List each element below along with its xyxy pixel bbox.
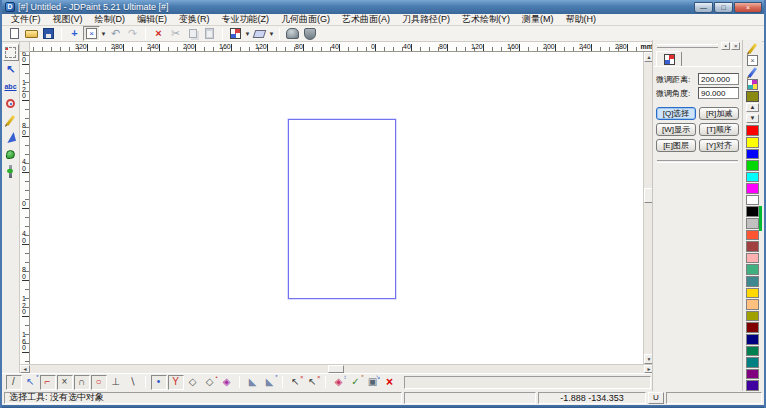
color-swatch-6[interactable] xyxy=(746,195,759,206)
delete-icon[interactable]: × xyxy=(150,26,167,41)
copy-icon[interactable] xyxy=(184,26,201,41)
panel-header[interactable]: ▪× xyxy=(653,40,742,51)
panel-button-0[interactable]: [Q]选择 xyxy=(656,107,696,120)
snap-circle-icon[interactable]: ○ xyxy=(91,375,107,390)
smooth-edit-icon[interactable]: ✓* xyxy=(348,375,364,390)
color-swatch-21[interactable] xyxy=(746,369,759,380)
snap-endpoint-icon[interactable]: • xyxy=(151,375,167,390)
panel-button-3[interactable]: [T]顺序 xyxy=(699,123,739,136)
color-swatch-11[interactable] xyxy=(746,253,759,264)
render-mode-icon[interactable] xyxy=(284,26,301,41)
panel-button-2[interactable]: [W]显示 xyxy=(656,123,696,136)
menu-item-6[interactable]: 几何曲面(G) xyxy=(276,13,335,26)
color-swatch-1[interactable] xyxy=(746,137,759,148)
menu-item-11[interactable]: 帮助(H) xyxy=(561,13,602,26)
shade-mode-icon[interactable] xyxy=(301,26,318,41)
cut-icon[interactable]: ✂ xyxy=(167,26,184,41)
color-swatch-0[interactable] xyxy=(746,125,759,136)
palette-scroll-up-button[interactable]: ▲ xyxy=(746,103,759,112)
pen-tool[interactable] xyxy=(3,112,19,129)
color-swatch-15[interactable] xyxy=(746,299,759,310)
grid-display-icon[interactable] xyxy=(227,26,244,41)
no-color-icon[interactable]: × xyxy=(746,54,760,66)
delete-object-icon[interactable]: × xyxy=(382,375,398,390)
deselect-all-icon[interactable]: ↖× xyxy=(305,375,321,390)
unit-toggle-button[interactable]: U xyxy=(648,392,664,404)
color-swatch-3[interactable] xyxy=(746,160,759,171)
panel-close-button[interactable]: × xyxy=(731,42,740,50)
color-swatch-22[interactable] xyxy=(746,380,759,391)
grid-display-icon-dropdown[interactable]: ▼ xyxy=(244,31,251,37)
rectangle-shape[interactable] xyxy=(288,119,396,299)
redo-icon[interactable]: ↷ xyxy=(124,26,141,41)
horizontal-scroll-thumb[interactable] xyxy=(328,365,344,373)
color-swatch-5[interactable] xyxy=(746,183,759,194)
drawing-canvas[interactable] xyxy=(30,52,643,364)
menu-item-3[interactable]: 编辑(E) xyxy=(132,13,172,26)
panel-button-5[interactable]: [Y]对齐 xyxy=(699,139,739,152)
snap-intersection-icon[interactable]: × xyxy=(57,375,73,390)
pick-filter-icon[interactable]: × xyxy=(83,26,100,41)
minimize-button[interactable]: — xyxy=(694,2,713,13)
color-swatch-13[interactable] xyxy=(746,276,759,287)
color-swatch-20[interactable] xyxy=(746,357,759,368)
measure-tool[interactable] xyxy=(3,163,19,180)
menu-item-7[interactable]: 艺术曲面(A) xyxy=(337,13,395,26)
snap-perpendicular-icon[interactable]: ⊥ xyxy=(108,375,124,390)
color-swatch-10[interactable] xyxy=(746,241,759,252)
ramp-icon[interactable]: ◣ xyxy=(245,375,261,390)
text-tool[interactable]: abc xyxy=(3,78,19,95)
color-swatch-18[interactable] xyxy=(746,334,759,345)
color-pick-pen-icon[interactable] xyxy=(746,66,760,78)
crosshair-icon[interactable]: + xyxy=(66,26,83,41)
select-tool[interactable] xyxy=(3,44,19,61)
current-color-swatch[interactable] xyxy=(746,90,760,102)
color-swatch-16[interactable] xyxy=(746,311,759,322)
deselect-icon[interactable]: ↖× xyxy=(288,375,304,390)
title-bar[interactable]: D [#] Untitled - JDPaint 5.21 Ultimate [… xyxy=(2,0,764,14)
paste-icon[interactable] xyxy=(201,26,218,41)
snap-corner-icon[interactable]: ⌐ xyxy=(40,375,56,390)
snap-tangent-icon[interactable]: ∖ xyxy=(125,375,141,390)
color-swatch-7[interactable] xyxy=(746,206,759,217)
box-pick-icon[interactable]: ▣↘ xyxy=(365,375,381,390)
snap-node-icon[interactable]: Y xyxy=(168,375,184,390)
color-swatch-2[interactable] xyxy=(746,149,759,160)
color-swatch-4[interactable] xyxy=(746,172,759,183)
scroll-left-button[interactable]: ◄ xyxy=(20,365,30,373)
color-swatch-9[interactable] xyxy=(746,230,759,241)
menu-item-0[interactable]: 文件(F) xyxy=(6,13,46,26)
panel-tab[interactable] xyxy=(656,51,682,66)
color-swatch-12[interactable] xyxy=(746,264,759,275)
pencil-icon[interactable] xyxy=(746,42,760,54)
knife-tool[interactable] xyxy=(3,129,19,146)
snap-midpoint-icon[interactable]: ◇ xyxy=(185,375,201,390)
panel-hide-button[interactable]: ▪ xyxy=(721,42,730,50)
pick-filter-icon-dropdown[interactable]: ▼ xyxy=(100,31,107,37)
surface-display-icon[interactable] xyxy=(251,26,268,41)
snap-line-icon[interactable]: / xyxy=(6,375,22,390)
snap-arc-icon[interactable]: ∩ xyxy=(74,375,90,390)
open-file-icon[interactable] xyxy=(23,26,40,41)
nudge-angle-input[interactable] xyxy=(698,87,739,99)
menu-item-8[interactable]: 刀具路径(P) xyxy=(397,13,455,26)
palette-dropdown-button[interactable]: ▼ xyxy=(746,114,759,123)
color-swatch-17[interactable] xyxy=(746,322,759,333)
snap-quadrant-icon[interactable]: ◇• xyxy=(202,375,218,390)
panel-grip[interactable] xyxy=(657,44,718,48)
menu-item-10[interactable]: 测量(M) xyxy=(517,13,559,26)
ramp-edit-icon[interactable]: ◣* xyxy=(262,375,278,390)
undo-icon[interactable]: ↶ xyxy=(107,26,124,41)
new-file-icon[interactable] xyxy=(6,26,23,41)
menu-item-5[interactable]: 专业功能(Z) xyxy=(217,13,275,26)
pattern-fill-icon[interactable] xyxy=(746,78,760,90)
color-swatch-14[interactable] xyxy=(746,288,759,299)
maximize-button[interactable]: □ xyxy=(714,2,733,13)
menu-item-9[interactable]: 艺术绘制(Y) xyxy=(457,13,515,26)
node-transform-icon[interactable]: ◈↕ xyxy=(331,375,347,390)
color-swatch-8[interactable] xyxy=(746,218,759,229)
snap-center-icon[interactable]: ◈ xyxy=(219,375,235,390)
menu-item-1[interactable]: 视图(V) xyxy=(48,13,88,26)
node-edit-tool[interactable]: ↖ xyxy=(3,61,19,78)
nudge-distance-input[interactable] xyxy=(698,73,739,85)
